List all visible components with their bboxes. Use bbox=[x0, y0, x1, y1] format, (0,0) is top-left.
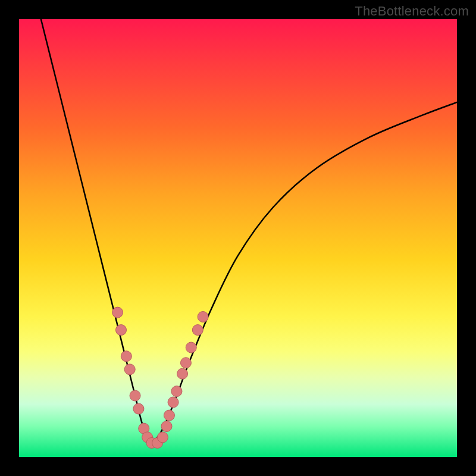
chart-svg bbox=[19, 19, 457, 457]
marker-point bbox=[186, 342, 196, 353]
marker-point bbox=[171, 386, 182, 397]
marker-group bbox=[112, 307, 209, 448]
outer-frame: TheBottleneck.com bbox=[0, 0, 476, 476]
marker-point bbox=[133, 403, 144, 414]
marker-point bbox=[115, 325, 126, 336]
marker-point bbox=[112, 307, 123, 318]
series-left-curve bbox=[41, 19, 151, 444]
watermark-text: TheBottleneck.com bbox=[355, 4, 469, 19]
plot-area bbox=[19, 19, 457, 457]
marker-point bbox=[161, 421, 172, 431]
marker-point bbox=[177, 368, 188, 379]
series-right-curve bbox=[151, 102, 457, 444]
marker-point bbox=[192, 325, 203, 336]
marker-point bbox=[180, 358, 191, 368]
marker-point bbox=[130, 390, 140, 401]
marker-point bbox=[157, 432, 168, 443]
marker-point bbox=[168, 397, 178, 408]
marker-point bbox=[121, 351, 131, 362]
marker-point bbox=[164, 410, 174, 421]
marker-point bbox=[198, 311, 208, 322]
curve-group bbox=[41, 19, 457, 444]
marker-point bbox=[124, 364, 135, 375]
